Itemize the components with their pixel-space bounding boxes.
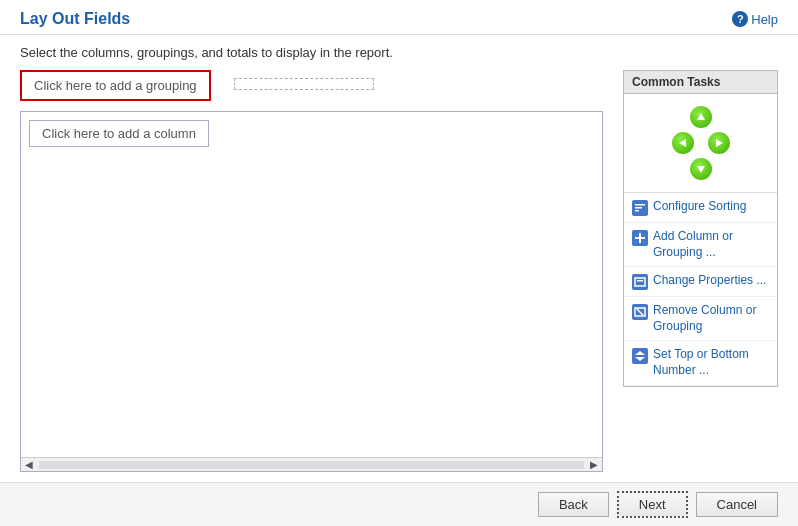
sort-icon xyxy=(632,200,648,216)
svg-rect-6 xyxy=(635,210,639,212)
right-arrow-icon xyxy=(708,132,730,154)
change-properties-label: Change Properties ... xyxy=(653,273,766,289)
configure-sorting-label: Configure Sorting xyxy=(653,199,746,215)
up-arrow-icon xyxy=(690,106,712,128)
remove-column-icon xyxy=(632,304,648,320)
topbottom-icon xyxy=(632,348,648,364)
set-top-bottom-label: Set Top or BottomNumber ... xyxy=(653,347,749,378)
columns-scrollbar[interactable]: ◀ ▶ xyxy=(21,457,602,471)
subtitle: Select the columns, groupings, and total… xyxy=(0,35,798,70)
svg-marker-1 xyxy=(679,139,686,147)
left-arrow-icon xyxy=(672,132,694,154)
task-remove-column[interactable]: Remove Column orGrouping xyxy=(624,297,777,341)
right-panel: Common Tasks xyxy=(623,70,778,482)
arrow-bottom-row xyxy=(688,156,714,182)
page-container: Lay Out Fields ? Help Select the columns… xyxy=(0,0,798,526)
next-button[interactable]: Next xyxy=(617,491,688,518)
left-panel: Click here to add a grouping Click here … xyxy=(20,70,603,482)
scroll-track xyxy=(39,461,584,469)
task-add-column[interactable]: Add Column orGrouping ... xyxy=(624,223,777,267)
columns-inner: Click here to add a column xyxy=(21,112,602,457)
task-configure-sorting[interactable]: Configure Sorting xyxy=(624,193,777,223)
grouping-area: Click here to add a grouping xyxy=(20,70,603,101)
add-column-label: Add Column orGrouping ... xyxy=(653,229,733,260)
help-label: Help xyxy=(751,12,778,27)
svg-marker-3 xyxy=(697,166,705,173)
common-tasks-body: Configure Sorting Add Column orGrouping … xyxy=(623,93,778,387)
down-arrow-icon xyxy=(690,158,712,180)
add-column-icon xyxy=(632,230,648,246)
svg-rect-5 xyxy=(635,207,642,209)
arrow-middle-row xyxy=(670,130,732,156)
move-up-button[interactable] xyxy=(688,104,714,130)
change-props-icon xyxy=(632,274,648,290)
move-right-button[interactable] xyxy=(706,130,732,156)
remove-column-label: Remove Column orGrouping xyxy=(653,303,756,334)
footer: Back Next Cancel xyxy=(0,482,798,526)
arrow-navigation xyxy=(624,94,777,193)
svg-marker-0 xyxy=(697,113,705,120)
move-left-button[interactable] xyxy=(670,130,696,156)
svg-marker-14 xyxy=(635,357,645,361)
svg-rect-10 xyxy=(637,280,643,282)
common-tasks-header: Common Tasks xyxy=(623,70,778,93)
svg-rect-4 xyxy=(635,204,645,206)
cancel-button[interactable]: Cancel xyxy=(696,492,778,517)
task-set-top-bottom[interactable]: Set Top or BottomNumber ... xyxy=(624,341,777,385)
svg-marker-13 xyxy=(635,351,645,355)
grouping-placeholder[interactable]: Click here to add a grouping xyxy=(20,70,211,101)
help-link[interactable]: ? Help xyxy=(732,11,778,27)
arrow-top-row xyxy=(688,104,714,130)
columns-area: Click here to add a column ◀ ▶ xyxy=(20,111,603,472)
main-content: Click here to add a grouping Click here … xyxy=(0,70,798,482)
svg-line-12 xyxy=(637,309,643,315)
svg-rect-8 xyxy=(635,237,645,239)
svg-rect-9 xyxy=(635,278,645,286)
svg-marker-2 xyxy=(716,139,723,147)
back-button[interactable]: Back xyxy=(538,492,609,517)
grouping-child-placeholder xyxy=(234,78,374,90)
help-icon: ? xyxy=(732,11,748,27)
task-change-properties[interactable]: Change Properties ... xyxy=(624,267,777,297)
page-title: Lay Out Fields xyxy=(20,10,130,28)
column-placeholder[interactable]: Click here to add a column xyxy=(29,120,209,147)
scroll-right-arrow[interactable]: ▶ xyxy=(588,459,600,470)
header: Lay Out Fields ? Help xyxy=(0,0,798,35)
move-down-button[interactable] xyxy=(688,156,714,182)
scroll-left-arrow[interactable]: ◀ xyxy=(23,459,35,470)
